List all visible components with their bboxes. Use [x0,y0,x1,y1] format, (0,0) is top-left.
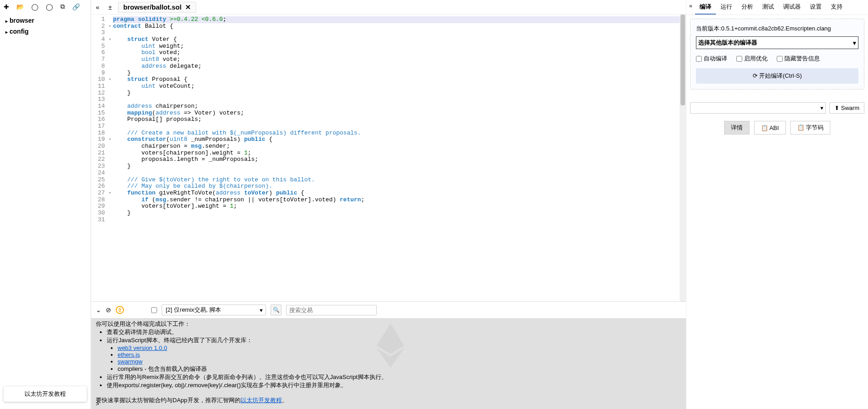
clear-terminal-icon[interactable]: ⊘ [106,306,111,314]
search-icon: 🔍 [273,307,280,313]
upload-icon: ⬆ [834,105,841,111]
caret-down-icon: ▾ [820,105,824,111]
tutorial-link[interactable]: 以太坊开发教程 [4,386,87,402]
auto-compile-checkbox[interactable] [696,56,702,62]
add-file-icon[interactable]: ± [104,4,117,11]
details-button[interactable]: 详情 [724,121,750,135]
github-gist-icon[interactable]: ◯ [46,3,53,10]
refresh-icon: ⟳ [753,72,760,79]
contract-select[interactable]: ▾ [690,102,826,114]
editor-tabbar: « ± browser/ballot.sol ✕ [91,0,686,15]
terminal-output[interactable]: 你可以使用这个终端完成以下工作： 查看交易详情并启动调试。 运行JavaScri… [91,318,686,409]
tab-testing[interactable]: 测试 [758,0,779,15]
tree-item-config[interactable]: config [2,26,89,37]
tab-title: browser/ballot.sol [123,3,181,11]
tab-settings[interactable]: 设置 [805,0,826,15]
editor-tab[interactable]: browser/ballot.sol ✕ [118,2,196,13]
listen-network-checkbox[interactable] [151,307,157,313]
tab-debugger[interactable]: 调试器 [779,0,805,15]
editor-scrollbar[interactable] [680,15,686,301]
right-tabs: » 编译 运行 分析 测试 调试器 设置 支持 [686,0,868,15]
clipboard-icon: 📋 [797,124,806,131]
clipboard-icon: 📋 [761,125,769,131]
tab-analysis[interactable]: 分析 [737,0,758,15]
link-icon[interactable]: 🔗 [72,3,80,10]
toggle-terminal-icon[interactable]: ⌄ [96,306,101,314]
open-folder-icon[interactable]: 📂 [16,3,24,10]
terminal-bullet: 运行常用的与Remix界面交互的命令（参见前面命令列表）。注意这些命令也可以写入… [107,373,681,381]
pending-count[interactable]: 0 [116,306,124,314]
file-panel: ✚ 📂 ◯ ◯ ⧉ 🔗 browser config 以太坊开发教程 [0,0,91,409]
ethereum-logo-icon [377,323,404,368]
terminal-footer: 要快速掌握以太坊智能合约与DApp开发，推荐汇智网的以太坊开发教程。 [96,396,681,404]
right-panel: » 编译 运行 分析 测试 调试器 设置 支持 当前版本:0.5.1+commi… [686,0,868,409]
editor-area: « ± browser/ballot.sol ✕ 123456789101112… [91,0,686,409]
swarm-button[interactable]: ⬆ Swarm [829,102,864,114]
abi-button[interactable]: 📋 ABI [754,121,786,135]
search-button[interactable]: 🔍 [271,304,281,315]
code-content[interactable]: pragma solidity >=0.4.22 <0.6.0;contract… [113,15,686,301]
terminal-bullet: 使用exports/.register(key, obj)/.remove(ke… [107,381,681,389]
collapse-left-icon[interactable]: « [91,4,104,11]
file-toolbar: ✚ 📂 ◯ ◯ ⧉ 🔗 [0,0,90,13]
caret-down-icon: ▾ [260,307,263,314]
tab-run[interactable]: 运行 [716,0,737,15]
file-tree: browser config [0,13,90,386]
tab-support[interactable]: 支持 [826,0,847,15]
hide-warnings-option[interactable]: 隐藏警告信息 [777,55,820,63]
auto-compile-option[interactable]: 自动编译 [696,55,727,63]
collapse-right-icon[interactable]: » [686,0,695,15]
compiler-select-label: 选择其他版本的编译器 [698,39,757,47]
close-tab-icon[interactable]: ✕ [185,3,191,11]
line-gutter: 1234567891011121314151617181920212223242… [91,15,113,301]
compile-button[interactable]: ⟳ 开始编译(Ctrl-S) [696,68,858,84]
hide-warnings-checkbox[interactable] [777,56,783,62]
tx-filter-label: [2] 仅remix交易, 脚本 [166,306,221,314]
optimize-option[interactable]: 启用优化 [736,55,768,63]
publish-row: ▾ ⬆ Swarm [690,102,864,114]
compiler-version-text: 当前版本:0.5.1+commit.c8a2cb62.Emscripten.cl… [696,25,858,33]
terminal-prompt[interactable]: > [96,400,99,407]
github-icon[interactable]: ◯ [31,3,39,10]
tx-filter-select[interactable]: [2] 仅remix交易, 脚本 ▾ [162,304,266,315]
lib-link-swarmgw[interactable]: swarmgw [118,358,143,365]
scrollbar-thumb[interactable] [681,15,685,105]
copy-icon[interactable]: ⧉ [60,3,65,10]
contract-actions: 详情 📋 ABI 📋 字节码 [690,121,864,135]
app-root: ✚ 📂 ◯ ◯ ⧉ 🔗 browser config 以太坊开发教程 « ± b… [0,0,868,409]
tutorial-link-inline[interactable]: 以太坊开发教程 [241,397,282,404]
tx-search-input[interactable] [286,305,377,315]
compiler-box: 当前版本:0.5.1+commit.c8a2cb62.Emscripten.cl… [690,19,864,90]
code-editor[interactable]: 1234567891011121314151617181920212223242… [91,15,686,301]
terminal-controls: ⌄ ⊘ 0 [2] 仅remix交易, 脚本 ▾ 🔍 [91,301,686,318]
optimize-checkbox[interactable] [736,56,742,62]
lib-link-web3[interactable]: web3 version 1.0.0 [118,344,167,351]
compiler-options: 自动编译 启用优化 隐藏警告信息 [696,55,858,63]
create-file-icon[interactable]: ✚ [4,3,9,10]
tree-item-browser[interactable]: browser [2,15,89,26]
bytecode-button[interactable]: 📋 字节码 [790,121,831,135]
lib-link-ethers[interactable]: ethers.js [118,351,140,358]
caret-down-icon: ▾ [853,40,856,46]
tab-compile[interactable]: 编译 [695,0,716,15]
compiler-version-select[interactable]: 选择其他版本的编译器 ▾ [696,36,858,49]
